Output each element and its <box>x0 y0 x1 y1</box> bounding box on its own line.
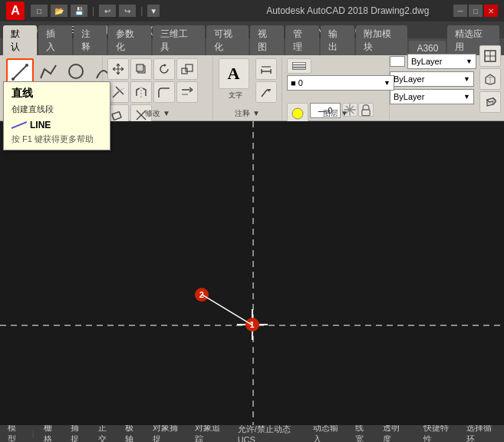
tab-addons[interactable]: 附加模块 <box>356 25 408 55</box>
tab-visualize[interactable]: 可视化 <box>206 25 249 55</box>
tab-insert[interactable]: 插入 <box>38 25 72 55</box>
canvas-area[interactable]: 1 2 <box>0 121 504 425</box>
tooltip-title: 直线 <box>12 87 102 101</box>
text-label: 文字 <box>229 91 242 101</box>
view3d-button[interactable] <box>479 68 501 90</box>
polyline-icon <box>38 61 59 82</box>
extend-button[interactable] <box>176 81 198 103</box>
title-bar: A □ 📂 💾 | ↩ ↪ | ▼ Autodesk AutoCAD 2018 … <box>0 0 504 21</box>
minimize-button[interactable]: ─ <box>453 5 467 17</box>
app-window: A □ 📂 💾 | ↩ ↪ | ▼ Autodesk AutoCAD 2018 … <box>0 0 504 442</box>
layers-group: ■ 0 ▼ — 0 <box>282 57 390 120</box>
tab-default[interactable]: 默认 <box>3 25 37 55</box>
svg-point-1 <box>12 78 15 81</box>
tab-annotation[interactable]: 注释 <box>74 25 107 55</box>
vertical-dashed-line <box>252 121 254 425</box>
maximize-button[interactable]: □ <box>469 5 483 17</box>
circle-icon <box>65 61 87 82</box>
text-button[interactable]: A <box>219 58 249 89</box>
navcube-button[interactable] <box>479 91 501 113</box>
annotation-group-label: 注释 ▼ <box>213 108 282 119</box>
mirror-button[interactable] <box>130 81 152 103</box>
quick-access-toolbar: □ 📂 💾 | ↩ ↪ | ▼ <box>31 5 242 17</box>
tab-parametric[interactable]: 参数化 <box>108 25 151 55</box>
leader-button[interactable] <box>255 81 277 103</box>
layer-dropdown-arrow: ▼ <box>384 79 390 87</box>
props-column: ByLayer ▼ ByLayer ▼ ByLayer ▼ <box>390 54 476 114</box>
layer-tools: ■ 0 ▼ <box>287 58 394 101</box>
view-tools <box>479 45 501 122</box>
text-big: A 文字 <box>219 58 252 101</box>
save-button[interactable]: 💾 <box>71 5 87 17</box>
lineweight-row: ByLayer ▼ <box>390 89 476 104</box>
modify-group-label: 修改 ▼ <box>103 108 212 119</box>
drawing-line <box>0 121 504 425</box>
svg-rect-14 <box>137 64 143 71</box>
svg-line-0 <box>13 65 27 79</box>
status-ducs[interactable]: 允许/禁止动态UCS <box>235 423 304 443</box>
open-button[interactable]: 📂 <box>51 5 68 17</box>
tooltip-description: 创建直线段 <box>12 104 102 115</box>
color-dropdown[interactable]: ByLayer ▼ <box>407 54 476 69</box>
linetype-row: ByLayer ▼ <box>390 71 476 87</box>
app-title: Autodesk AutoCAD 2018 Drawing2.dwg <box>242 5 454 16</box>
lineweight-value: ByLayer <box>394 92 424 101</box>
svg-line-46 <box>12 122 27 128</box>
svg-point-3 <box>69 64 83 78</box>
tab-manage[interactable]: 管理 <box>285 25 319 55</box>
dim-column <box>255 58 277 103</box>
linetype-value: ByLayer <box>394 74 424 84</box>
color-value: ByLayer <box>411 57 442 66</box>
customize-button[interactable]: ▼ <box>147 5 160 17</box>
svg-rect-36 <box>293 63 306 65</box>
window-controls: ─ □ ✕ <box>453 5 498 17</box>
tooltip-popup: 直线 创建直线段 LINE 按 F1 键获得更多帮助 <box>3 81 110 150</box>
svg-line-34 <box>262 90 267 97</box>
lineweight-dropdown[interactable]: ByLayer ▼ <box>390 89 474 104</box>
rotate-button[interactable] <box>153 58 175 80</box>
autocad-logo: A <box>6 2 25 20</box>
tab-view[interactable]: 视图 <box>250 25 284 55</box>
tooltip-line-icon <box>12 120 27 130</box>
point-1-marker: 1 <box>245 318 259 332</box>
svg-point-2 <box>25 64 28 67</box>
ribbon-right: ByLayer ▼ ByLayer ▼ ByLayer ▼ <box>390 57 501 120</box>
tab-output[interactable]: 输出 <box>321 25 354 55</box>
svg-rect-38 <box>293 68 306 70</box>
undo-button[interactable]: ↩ <box>99 5 116 17</box>
svg-rect-37 <box>293 65 306 68</box>
annotation-group: A 文字 <box>213 57 282 120</box>
tooltip-line-item: LINE <box>12 120 102 130</box>
color-row: ByLayer ▼ <box>390 54 476 69</box>
trim-button[interactable] <box>107 81 129 103</box>
point-2-marker: 2 <box>195 288 209 302</box>
move-button[interactable] <box>107 58 129 80</box>
svg-line-49 <box>202 295 252 325</box>
svg-line-17 <box>113 91 119 97</box>
layer-manager-button[interactable] <box>287 58 311 74</box>
redo-button[interactable]: ↪ <box>119 5 136 17</box>
viewport-button[interactable] <box>479 45 501 67</box>
drawing-canvas: 1 2 <box>0 121 504 425</box>
modify-group: 修改 ▼ <box>103 57 213 120</box>
close-button[interactable]: ✕ <box>484 5 498 17</box>
status-sep1: | <box>32 429 35 438</box>
line-icon <box>9 61 31 83</box>
tooltip-line-name: LINE <box>30 120 51 130</box>
status-bar: 模型 | 栅格 捕捉 正交 极轴 对象捕捉 对象追踪 允许/禁止动态UCS 动态… <box>0 425 504 442</box>
copy-button[interactable] <box>130 58 152 80</box>
annot-top: A 文字 <box>219 58 277 103</box>
tab-3dtools[interactable]: 三维工具 <box>153 25 205 55</box>
layer-value: ■ 0 <box>291 78 303 87</box>
dim-button[interactable] <box>255 58 277 80</box>
layers-group-label: 图层 ▼ <box>282 108 389 119</box>
scale-button[interactable] <box>176 58 198 80</box>
new-button[interactable]: □ <box>31 5 48 17</box>
fillet-button[interactable] <box>153 81 175 103</box>
tooltip-help: 按 F1 键获得更多帮助 <box>12 134 102 145</box>
linetype-dropdown[interactable]: ByLayer ▼ <box>390 71 474 87</box>
layer-dropdown[interactable]: ■ 0 ▼ <box>287 75 394 91</box>
